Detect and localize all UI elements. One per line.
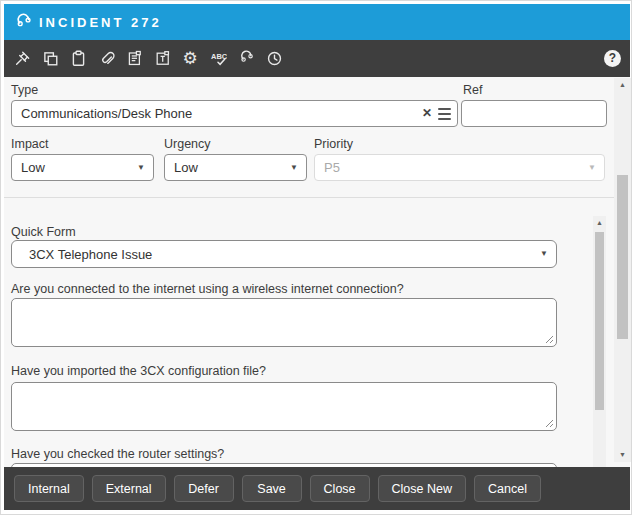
- chevron-down-icon: ▼: [540, 249, 548, 258]
- scroll-down-icon[interactable]: ▼: [614, 448, 631, 462]
- form-content: Type Ref ✕ Impact Urgency Priority Low ▼…: [4, 77, 630, 467]
- external-button[interactable]: External: [92, 475, 166, 502]
- lookup-menu-icon[interactable]: [438, 108, 451, 120]
- paste-icon[interactable]: [69, 50, 87, 68]
- type-combo: ✕: [11, 100, 458, 127]
- save-button[interactable]: Save: [242, 475, 302, 502]
- scrollbar-thumb[interactable]: [617, 175, 628, 339]
- internal-button[interactable]: Internal: [14, 475, 84, 502]
- settings-gear-icon[interactable]: ⚙: [181, 50, 199, 68]
- type-label: Type: [11, 83, 38, 97]
- clear-x-icon[interactable]: ✕: [422, 106, 432, 120]
- quick-form-scrollbar[interactable]: ▲: [593, 216, 606, 467]
- impact-value: Low: [21, 160, 45, 175]
- close-new-button[interactable]: Close New: [378, 475, 466, 502]
- impact-select[interactable]: Low ▼: [11, 154, 154, 181]
- scroll-up-icon[interactable]: ▲: [593, 216, 606, 230]
- spellcheck-icon[interactable]: ABC: [209, 50, 227, 68]
- chevron-down-icon: ▼: [290, 163, 298, 172]
- close-button[interactable]: Close: [310, 475, 370, 502]
- call-phone-icon[interactable]: [237, 50, 255, 68]
- question-2-textarea[interactable]: [11, 382, 557, 431]
- priority-select: P5 ▼: [314, 154, 605, 181]
- clock-icon[interactable]: [265, 50, 283, 68]
- attachment-icon[interactable]: [97, 50, 115, 68]
- priority-value: P5: [324, 160, 340, 175]
- toolbar: ⚙ ABC ?: [4, 40, 630, 77]
- page-title: INCIDENT 272: [39, 15, 162, 30]
- priority-label: Priority: [314, 137, 353, 151]
- notes-icon[interactable]: [125, 50, 143, 68]
- quick-form-value: 3CX Telephone Issue: [21, 247, 152, 262]
- chevron-down-icon: ▼: [137, 163, 145, 172]
- question-3-label: Have you checked the router settings?: [11, 447, 224, 461]
- form-scrollbar[interactable]: ▲ ▼: [614, 78, 631, 462]
- urgency-select[interactable]: Low ▼: [164, 154, 307, 181]
- title-bar: INCIDENT 272: [4, 4, 630, 40]
- pin-icon[interactable]: [13, 50, 31, 68]
- help-button[interactable]: ?: [604, 50, 621, 67]
- question-2-label: Have you imported the 3CX configuration …: [11, 364, 266, 378]
- copy-icon[interactable]: [41, 50, 59, 68]
- ref-label: Ref: [463, 83, 482, 97]
- scroll-up-icon[interactable]: ▲: [614, 78, 631, 92]
- action-bar: Internal External Defer Save Close Close…: [4, 467, 630, 510]
- phone-icon: [14, 13, 33, 32]
- form-icon[interactable]: [153, 50, 171, 68]
- type-input[interactable]: [11, 100, 458, 127]
- quick-form-select[interactable]: 3CX Telephone Issue ▼: [11, 240, 557, 268]
- question-1-textarea[interactable]: [11, 298, 557, 347]
- incident-window: INCIDENT 272: [0, 0, 632, 515]
- impact-label: Impact: [11, 137, 49, 151]
- quick-form-label: Quick Form: [11, 225, 76, 239]
- urgency-label: Urgency: [164, 137, 211, 151]
- urgency-value: Low: [174, 160, 198, 175]
- question-1-label: Are you connected to the internet using …: [11, 282, 404, 296]
- cancel-button[interactable]: Cancel: [474, 475, 541, 502]
- section-divider: [4, 197, 616, 198]
- scrollbar-thumb[interactable]: [595, 232, 604, 410]
- ref-input[interactable]: [461, 100, 607, 127]
- chevron-down-icon: ▼: [588, 163, 596, 172]
- defer-button[interactable]: Defer: [174, 475, 234, 502]
